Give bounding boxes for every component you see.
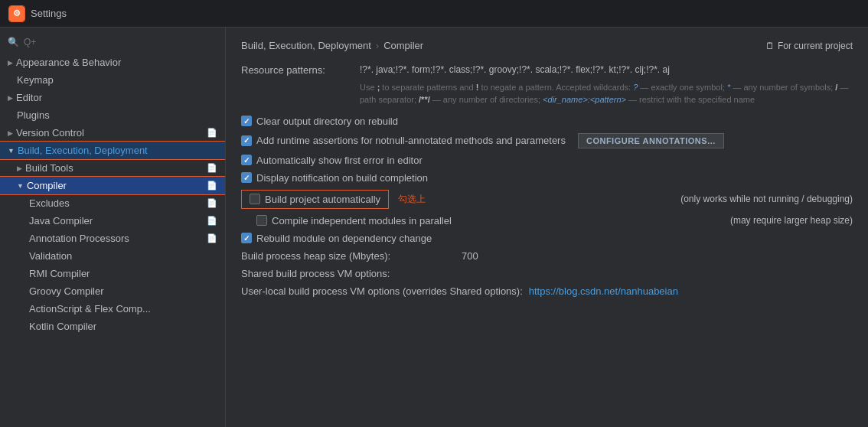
add-runtime-row: Add runtime assertions for notnull-annot… [241, 133, 853, 148]
resource-patterns-value: !?*. java;!?*. form;!?*. class;!?*. groo… [360, 64, 670, 77]
sidebar-item-label: Build Tools [25, 162, 73, 174]
file-icon: 📄 [207, 128, 217, 138]
title-bar-label: Settings [31, 8, 67, 19]
heap-size-value: 700 [462, 250, 478, 262]
compile-parallel-hint: (may require larger heap size) [730, 215, 853, 226]
show-first-error-checkbox[interactable] [241, 155, 252, 165]
sidebar-item-actionscript[interactable]: ActionScript & Flex Comp... [0, 300, 225, 318]
build-project-auto-box[interactable]: Build project automatically [241, 190, 389, 209]
user-local-vm-row: User-local build process VM options (ove… [241, 285, 853, 297]
sidebar-item-label: Java Compiler [29, 215, 93, 227]
heap-size-row: Build process heap size (Mbytes): 700 [241, 250, 853, 262]
file-icon: 📄 [207, 198, 217, 208]
search-label: Q+ [24, 37, 36, 47]
breadcrumb-current: Compiler [383, 40, 423, 51]
compile-parallel-checkbox[interactable] [256, 215, 267, 226]
sidebar-item-label: Keymap [17, 74, 54, 86]
sidebar-item-plugins[interactable]: Plugins [0, 106, 225, 124]
search-bar[interactable]: 🔍 Q+ [0, 34, 225, 54]
sidebar-item-build-tools[interactable]: ▶ Build Tools 📄 [0, 159, 225, 177]
file-icon: 📄 [207, 181, 217, 191]
sidebar-item-label: ActionScript & Flex Comp... [29, 303, 151, 315]
sidebar-item-kotlin-compiler[interactable]: Kotlin Compiler [0, 318, 225, 335]
title-bar: ⚙ Settings [0, 0, 868, 28]
sidebar-item-version-control[interactable]: ▶ Version Control 📄 [0, 124, 225, 142]
chevron-down-icon: ▼ [8, 147, 15, 155]
sidebar-item-label: Plugins [17, 109, 50, 121]
configure-annotations-button[interactable]: CONFIGURE ANNOTATIONS... [578, 133, 724, 148]
show-first-error-row: Automatically show first error in editor [241, 155, 853, 166]
settings-icon: ⚙ [9, 6, 24, 21]
compile-parallel-row: Compile independent modules in parallel … [241, 215, 853, 227]
for-current-project: 🗒 For current project [765, 41, 853, 51]
chevron-right-icon: ▶ [8, 94, 13, 102]
display-notification-label: Display notification on build completion [256, 172, 428, 184]
chevron-right-icon: ▶ [8, 129, 13, 137]
clear-output-label: Clear output directory on rebuild [256, 116, 398, 127]
build-project-auto-row: Build project automatically 勾选上 (only wo… [241, 190, 853, 209]
sidebar-item-label: Editor [16, 92, 42, 103]
sidebar-item-label: Kotlin Compiler [29, 321, 96, 332]
breadcrumb-parent: Build, Execution, Deployment [241, 40, 371, 51]
rebuild-module-label: Rebuild module on dependency change [256, 233, 432, 244]
sidebar: 🔍 Q+ ▶ Appearance & Behavior Keymap ▶ Ed… [0, 28, 226, 427]
add-runtime-checkbox[interactable] [241, 135, 252, 146]
compile-parallel-label: Compile independent modules in parallel [272, 215, 452, 227]
sidebar-item-validation[interactable]: Validation [0, 247, 225, 265]
display-notification-checkbox[interactable] [241, 172, 252, 183]
sidebar-item-compiler[interactable]: ▼ Compiler 📄 [0, 177, 225, 194]
shared-vm-label: Shared build process VM options: [241, 268, 455, 279]
user-local-vm-label: User-local build process VM options (ove… [241, 285, 523, 297]
resource-patterns-row: Resource patterns: !?*. java;!?*. form;!… [241, 64, 853, 77]
sidebar-item-label: Appearance & Behavior [16, 57, 121, 68]
sidebar-item-excludes[interactable]: Excludes 📄 [0, 194, 225, 212]
sidebar-item-rmi-compiler[interactable]: RMI Compiler [0, 265, 225, 282]
breadcrumb-separator: › [376, 40, 379, 51]
sidebar-item-label: Version Control [16, 127, 84, 139]
display-notification-row: Display notification on build completion [241, 172, 853, 184]
add-runtime-label: Add runtime assertions for notnull-annot… [256, 135, 566, 146]
sidebar-item-label: RMI Compiler [29, 268, 90, 279]
build-project-auto-checkbox[interactable] [250, 194, 260, 204]
breadcrumb: Build, Execution, Deployment › Compiler … [241, 40, 853, 51]
file-icon: 📄 [207, 216, 217, 226]
sidebar-item-label: Validation [29, 250, 72, 262]
chevron-right-icon: ▶ [17, 165, 22, 172]
content-area: Build, Execution, Deployment › Compiler … [226, 28, 868, 427]
sidebar-item-annotation-processors[interactable]: Annotation Processors 📄 [0, 230, 225, 247]
sidebar-item-appearance[interactable]: ▶ Appearance & Behavior [0, 54, 225, 71]
sidebar-item-label: Compiler [27, 180, 67, 191]
file-icon: 📄 [207, 233, 217, 243]
resource-patterns-label: Resource patterns: [241, 64, 360, 76]
project-icon: 🗒 [765, 41, 775, 51]
show-first-error-label: Automatically show first error in editor [256, 155, 423, 166]
resource-patterns-help: Use ; to separate patterns and ! to nega… [360, 81, 853, 106]
heap-size-label: Build process heap size (Mbytes): [241, 250, 455, 262]
annotation-label: 勾选上 [398, 193, 426, 206]
sidebar-item-label: Groovy Compiler [29, 285, 104, 297]
sidebar-item-editor[interactable]: ▶ Editor [0, 89, 225, 106]
chevron-right-icon: ▶ [8, 59, 13, 67]
chevron-down-icon: ▼ [17, 182, 24, 190]
sidebar-item-label: Excludes [29, 197, 70, 209]
sidebar-item-build-execution[interactable]: ▼ Build, Execution, Deployment [0, 142, 225, 159]
for-current-project-label: For current project [778, 41, 853, 51]
shared-vm-row: Shared build process VM options: [241, 268, 853, 279]
clear-output-row: Clear output directory on rebuild [241, 116, 853, 127]
main-layout: 🔍 Q+ ▶ Appearance & Behavior Keymap ▶ Ed… [0, 28, 868, 427]
user-local-vm-value: https://blog.csdn.net/nanhuabeian [529, 285, 678, 297]
sidebar-item-java-compiler[interactable]: Java Compiler 📄 [0, 212, 225, 230]
file-icon: 📄 [207, 163, 217, 173]
rebuild-module-row: Rebuild module on dependency change [241, 233, 853, 244]
build-project-auto-label: Build project automatically [265, 194, 380, 205]
rebuild-module-checkbox[interactable] [241, 233, 252, 243]
sidebar-item-keymap[interactable]: Keymap [0, 71, 225, 89]
search-icon: 🔍 [8, 37, 19, 47]
sidebar-item-label: Build, Execution, Deployment [18, 145, 148, 156]
build-project-auto-hint: (only works while not running / debuggin… [680, 194, 853, 204]
sidebar-item-groovy-compiler[interactable]: Groovy Compiler [0, 282, 225, 300]
sidebar-item-label: Annotation Processors [29, 233, 129, 244]
clear-output-checkbox[interactable] [241, 116, 252, 126]
